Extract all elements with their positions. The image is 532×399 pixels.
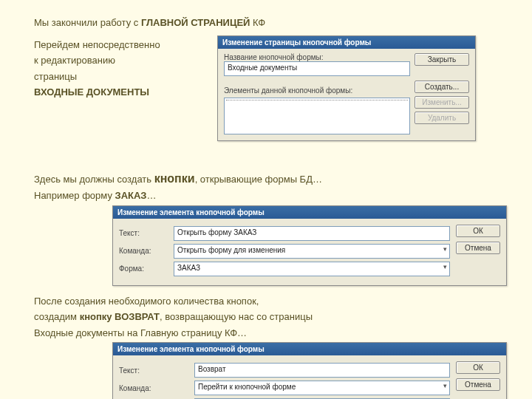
- cancel-button-2[interactable]: Отмена: [456, 378, 500, 391]
- slide-heading: Мы закончили работу с ГЛАВНОЙ СТРАНИЦЕЙ …: [34, 16, 507, 30]
- edit-button[interactable]: Изменить...: [415, 96, 469, 109]
- element-text-input-2[interactable]: Возврат: [194, 363, 450, 378]
- p2-form-label: Форма:: [119, 265, 169, 273]
- intro1-line1: Перейдем непосредственно: [34, 38, 204, 52]
- dialog1-title: Изменение страницы кнопочной формы: [218, 36, 475, 49]
- element-text-input[interactable]: Открыть форму ЗАКАЗ: [174, 226, 450, 241]
- intro3-l1: После создания необходимого количества к…: [34, 295, 507, 308]
- command-combo-2[interactable]: Перейти к кнопочной форме: [194, 381, 450, 395]
- ok-button-2[interactable]: ОК: [456, 361, 500, 374]
- intro2-big: кнопки: [154, 172, 195, 185]
- dialog-edit-page: Изменение страницы кнопочной формы Назва…: [217, 35, 476, 141]
- p1-items-label: Элементы данной кнопочной формы:: [224, 86, 410, 95]
- dialog-edit-element-2: Изменение элемента кнопочной формы Текст…: [112, 342, 507, 399]
- dialog-edit-element-1: Изменение элемента кнопочной формы Текст…: [112, 205, 507, 286]
- ok-button[interactable]: ОК: [456, 225, 500, 237]
- p3-cmd-label: Команда:: [119, 384, 190, 392]
- dialog2-title: Изменение элемента кнопочной формы: [113, 206, 506, 219]
- page-name-input[interactable]: Входные документы: [224, 61, 410, 76]
- p2-cmd-label: Команда:: [119, 247, 169, 255]
- intro1-bold: ВХОДНЫЕ ДОКУМЕНТЫ: [34, 86, 204, 99]
- delete-button[interactable]: Удалить: [415, 112, 469, 124]
- intro3-l2: создадим кнопку ВОЗВРАТ, возвращающую на…: [34, 310, 507, 324]
- dialog3-title: Изменение элемента кнопочной формы: [113, 343, 506, 355]
- heading-post: КФ: [250, 17, 265, 28]
- p1-name-label: Название кнопочной формы:: [224, 53, 327, 61]
- p3-text-label: Текст:: [119, 366, 190, 375]
- command-combo[interactable]: Открыть форму для изменения: [174, 244, 450, 259]
- cancel-button[interactable]: Отмена: [456, 242, 500, 254]
- intro1-line3: страницы: [34, 70, 204, 83]
- p2-text-label: Текст:: [119, 229, 169, 237]
- heading-pre: Мы закончили работу с: [34, 17, 141, 28]
- intro1-line2: к редактированию: [34, 54, 204, 67]
- close-button[interactable]: Закрыть: [415, 53, 469, 66]
- new-button[interactable]: Создать...: [415, 81, 469, 93]
- heading-strong: ГЛАВНОЙ СТРАНИЦЕЙ: [141, 17, 250, 28]
- items-listbox[interactable]: [224, 98, 410, 134]
- form-combo[interactable]: ЗАКАЗ: [174, 262, 450, 276]
- intro3-l3: Входные документы на Главную страницу КФ…: [34, 327, 507, 340]
- intro2-line1: Здесь мы должны создать кнопки, открываю…: [34, 171, 507, 187]
- intro2-line2: Например форму ЗАКАЗ…: [34, 189, 507, 202]
